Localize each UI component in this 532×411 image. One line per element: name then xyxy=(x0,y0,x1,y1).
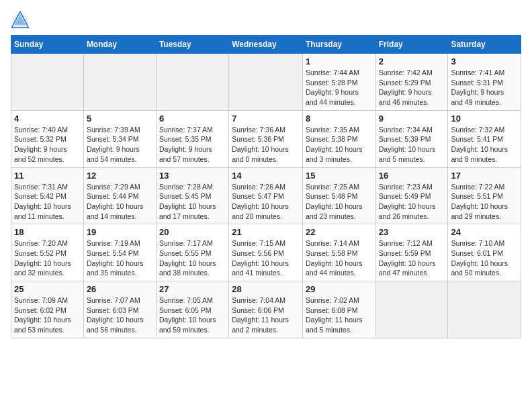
calendar-cell: 27Sunrise: 7:05 AM Sunset: 6:05 PM Dayli… xyxy=(156,281,228,338)
col-header-sunday: Sunday xyxy=(11,36,84,54)
cell-day-number: 5 xyxy=(87,113,153,124)
calendar-cell xyxy=(448,281,521,338)
calendar-cell: 23Sunrise: 7:12 AM Sunset: 5:59 PM Dayli… xyxy=(375,224,448,281)
col-header-friday: Friday xyxy=(375,36,448,54)
logo xyxy=(11,11,32,30)
calendar-cell xyxy=(156,54,228,111)
calendar-cell: 18Sunrise: 7:20 AM Sunset: 5:52 PM Dayli… xyxy=(11,224,84,281)
calendar-week-4: 25Sunrise: 7:09 AM Sunset: 6:02 PM Dayli… xyxy=(11,281,521,338)
cell-info-text: Sunrise: 7:40 AM Sunset: 5:32 PM Dayligh… xyxy=(14,125,81,165)
cell-day-number: 16 xyxy=(379,171,445,181)
cell-info-text: Sunrise: 7:14 AM Sunset: 5:58 PM Dayligh… xyxy=(306,238,373,278)
calendar-cell: 26Sunrise: 7:07 AM Sunset: 6:03 PM Dayli… xyxy=(83,281,156,338)
cell-day-number: 7 xyxy=(232,113,300,124)
cell-day-number: 24 xyxy=(451,227,518,237)
cell-day-number: 15 xyxy=(306,171,373,181)
cell-day-number: 4 xyxy=(14,113,81,124)
cell-info-text: Sunrise: 7:23 AM Sunset: 5:49 PM Dayligh… xyxy=(379,182,445,222)
calendar-cell: 13Sunrise: 7:28 AM Sunset: 5:45 PM Dayli… xyxy=(156,167,228,224)
cell-info-text: Sunrise: 7:09 AM Sunset: 6:02 PM Dayligh… xyxy=(14,295,81,335)
cell-info-text: Sunrise: 7:25 AM Sunset: 5:48 PM Dayligh… xyxy=(306,182,373,222)
calendar-cell: 22Sunrise: 7:14 AM Sunset: 5:58 PM Dayli… xyxy=(302,224,375,281)
calendar-cell: 10Sunrise: 7:32 AM Sunset: 5:41 PM Dayli… xyxy=(448,110,521,167)
page-header xyxy=(11,11,521,30)
calendar-cell: 4Sunrise: 7:40 AM Sunset: 5:32 PM Daylig… xyxy=(11,110,84,167)
calendar-cell: 14Sunrise: 7:26 AM Sunset: 5:47 PM Dayli… xyxy=(229,167,303,224)
cell-info-text: Sunrise: 7:29 AM Sunset: 5:44 PM Dayligh… xyxy=(87,182,153,222)
cell-info-text: Sunrise: 7:28 AM Sunset: 5:45 PM Dayligh… xyxy=(159,182,226,222)
cell-info-text: Sunrise: 7:31 AM Sunset: 5:42 PM Dayligh… xyxy=(14,182,81,222)
cell-info-text: Sunrise: 7:17 AM Sunset: 5:55 PM Dayligh… xyxy=(159,238,226,278)
calendar-cell: 3Sunrise: 7:41 AM Sunset: 5:31 PM Daylig… xyxy=(448,54,521,111)
cell-day-number: 27 xyxy=(159,284,226,294)
cell-day-number: 9 xyxy=(379,113,445,124)
cell-day-number: 3 xyxy=(451,56,518,66)
cell-day-number: 14 xyxy=(232,171,300,181)
col-header-tuesday: Tuesday xyxy=(156,36,228,54)
calendar-cell xyxy=(11,54,84,111)
cell-info-text: Sunrise: 7:35 AM Sunset: 5:38 PM Dayligh… xyxy=(306,125,373,165)
cell-day-number: 19 xyxy=(87,227,153,237)
cell-info-text: Sunrise: 7:07 AM Sunset: 6:03 PM Dayligh… xyxy=(87,295,153,335)
cell-info-text: Sunrise: 7:04 AM Sunset: 6:06 PM Dayligh… xyxy=(232,295,300,335)
calendar-cell: 16Sunrise: 7:23 AM Sunset: 5:49 PM Dayli… xyxy=(375,167,448,224)
calendar-cell: 1Sunrise: 7:44 AM Sunset: 5:28 PM Daylig… xyxy=(302,54,375,111)
calendar-cell: 28Sunrise: 7:04 AM Sunset: 6:06 PM Dayli… xyxy=(229,281,303,338)
calendar-cell: 5Sunrise: 7:39 AM Sunset: 5:34 PM Daylig… xyxy=(83,110,156,167)
cell-info-text: Sunrise: 7:41 AM Sunset: 5:31 PM Dayligh… xyxy=(451,68,518,107)
cell-day-number: 21 xyxy=(232,227,300,237)
logo-icon xyxy=(11,11,30,30)
cell-day-number: 22 xyxy=(306,227,373,237)
calendar-cell: 29Sunrise: 7:02 AM Sunset: 6:08 PM Dayli… xyxy=(302,281,375,338)
cell-day-number: 26 xyxy=(87,284,153,294)
cell-info-text: Sunrise: 7:39 AM Sunset: 5:34 PM Dayligh… xyxy=(87,125,153,165)
cell-info-text: Sunrise: 7:20 AM Sunset: 5:52 PM Dayligh… xyxy=(14,238,81,278)
cell-info-text: Sunrise: 7:32 AM Sunset: 5:41 PM Dayligh… xyxy=(451,125,518,165)
calendar-cell xyxy=(229,54,303,111)
calendar-week-1: 4Sunrise: 7:40 AM Sunset: 5:32 PM Daylig… xyxy=(11,110,521,167)
col-header-wednesday: Wednesday xyxy=(229,36,303,54)
calendar-cell: 19Sunrise: 7:19 AM Sunset: 5:54 PM Dayli… xyxy=(83,224,156,281)
calendar-cell: 15Sunrise: 7:25 AM Sunset: 5:48 PM Dayli… xyxy=(302,167,375,224)
col-header-monday: Monday xyxy=(83,36,156,54)
calendar-cell: 21Sunrise: 7:15 AM Sunset: 5:56 PM Dayli… xyxy=(229,224,303,281)
cell-info-text: Sunrise: 7:19 AM Sunset: 5:54 PM Dayligh… xyxy=(87,238,153,278)
calendar-cell: 17Sunrise: 7:22 AM Sunset: 5:51 PM Dayli… xyxy=(448,167,521,224)
cell-day-number: 11 xyxy=(14,171,81,181)
cell-info-text: Sunrise: 7:02 AM Sunset: 6:08 PM Dayligh… xyxy=(306,295,373,335)
calendar-header-row: SundayMondayTuesdayWednesdayThursdayFrid… xyxy=(11,36,521,54)
cell-day-number: 18 xyxy=(14,227,81,237)
cell-day-number: 6 xyxy=(159,113,226,124)
calendar-cell: 9Sunrise: 7:34 AM Sunset: 5:39 PM Daylig… xyxy=(375,110,448,167)
calendar-cell: 11Sunrise: 7:31 AM Sunset: 5:42 PM Dayli… xyxy=(11,167,84,224)
calendar-week-2: 11Sunrise: 7:31 AM Sunset: 5:42 PM Dayli… xyxy=(11,167,521,224)
cell-info-text: Sunrise: 7:34 AM Sunset: 5:39 PM Dayligh… xyxy=(379,125,445,165)
cell-info-text: Sunrise: 7:42 AM Sunset: 5:29 PM Dayligh… xyxy=(379,68,445,107)
cell-info-text: Sunrise: 7:10 AM Sunset: 6:01 PM Dayligh… xyxy=(451,238,518,278)
cell-info-text: Sunrise: 7:15 AM Sunset: 5:56 PM Dayligh… xyxy=(232,238,300,278)
cell-day-number: 8 xyxy=(306,113,373,124)
calendar-cell: 12Sunrise: 7:29 AM Sunset: 5:44 PM Dayli… xyxy=(83,167,156,224)
calendar-week-3: 18Sunrise: 7:20 AM Sunset: 5:52 PM Dayli… xyxy=(11,224,521,281)
calendar-cell: 2Sunrise: 7:42 AM Sunset: 5:29 PM Daylig… xyxy=(375,54,448,111)
cell-info-text: Sunrise: 7:05 AM Sunset: 6:05 PM Dayligh… xyxy=(159,295,226,335)
cell-day-number: 17 xyxy=(451,171,518,181)
cell-info-text: Sunrise: 7:44 AM Sunset: 5:28 PM Dayligh… xyxy=(306,68,373,107)
calendar-cell xyxy=(83,54,156,111)
calendar-cell: 20Sunrise: 7:17 AM Sunset: 5:55 PM Dayli… xyxy=(156,224,228,281)
cell-day-number: 25 xyxy=(14,284,81,294)
cell-day-number: 29 xyxy=(306,284,373,294)
col-header-thursday: Thursday xyxy=(302,36,375,54)
calendar-cell: 6Sunrise: 7:37 AM Sunset: 5:35 PM Daylig… xyxy=(156,110,228,167)
col-header-saturday: Saturday xyxy=(448,36,521,54)
cell-day-number: 12 xyxy=(87,171,153,181)
calendar-week-0: 1Sunrise: 7:44 AM Sunset: 5:28 PM Daylig… xyxy=(11,54,521,111)
cell-day-number: 10 xyxy=(451,113,518,124)
calendar-cell xyxy=(375,281,448,338)
cell-info-text: Sunrise: 7:12 AM Sunset: 5:59 PM Dayligh… xyxy=(379,238,445,278)
cell-info-text: Sunrise: 7:37 AM Sunset: 5:35 PM Dayligh… xyxy=(159,125,226,165)
calendar-cell: 24Sunrise: 7:10 AM Sunset: 6:01 PM Dayli… xyxy=(448,224,521,281)
cell-day-number: 20 xyxy=(159,227,226,237)
calendar-cell: 25Sunrise: 7:09 AM Sunset: 6:02 PM Dayli… xyxy=(11,281,84,338)
calendar-cell: 7Sunrise: 7:36 AM Sunset: 5:36 PM Daylig… xyxy=(229,110,303,167)
